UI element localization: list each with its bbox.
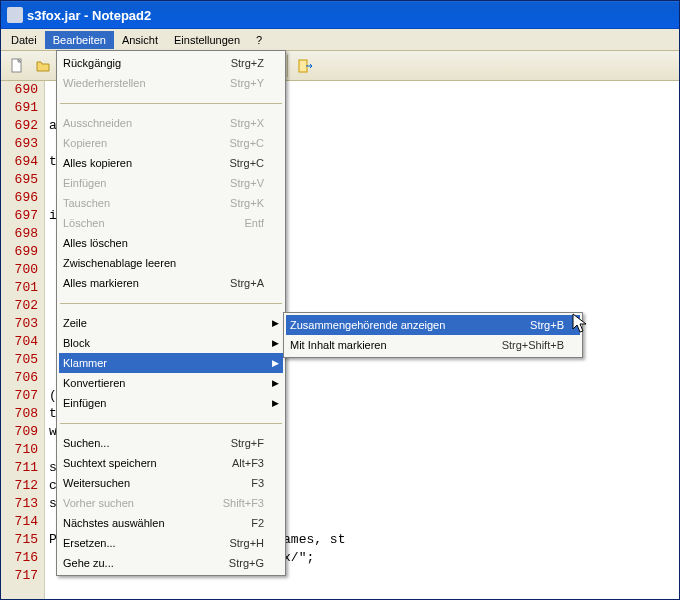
new-file-button[interactable] — [5, 54, 29, 78]
menu-item[interactable]: Zeile▶ — [59, 313, 283, 333]
toolbar-separator — [287, 55, 288, 77]
menu-item[interactable]: Zwischenablage leeren — [59, 253, 283, 273]
bracket-submenu-body: Zusammengehörende anzeigenStrg+BMit Inha… — [286, 315, 580, 355]
menu-item[interactable]: Konvertieren▶ — [59, 373, 283, 393]
menu-item[interactable]: Alles kopierenStrg+C — [59, 153, 283, 173]
menu-item[interactable]: Gehe zu...Strg+G — [59, 553, 283, 573]
menu-item[interactable]: Suchen...Strg+F — [59, 433, 283, 453]
line-number: 711 — [1, 459, 38, 477]
menu-item: AusschneidenStrg+X — [59, 113, 283, 133]
line-number: 715 — [1, 531, 38, 549]
line-number: 705 — [1, 351, 38, 369]
menubar: DateiBearbeitenAnsichtEinstellungen? — [1, 29, 679, 51]
line-number: 695 — [1, 171, 38, 189]
bracket-submenu: Zusammengehörende anzeigenStrg+BMit Inha… — [283, 312, 583, 358]
line-number: 707 — [1, 387, 38, 405]
svg-rect-17 — [299, 60, 307, 72]
line-number: 704 — [1, 333, 38, 351]
window-title: s3fox.jar - Notepad2 — [27, 8, 151, 23]
menu-item: TauschenStrg+K — [59, 193, 283, 213]
line-number: 698 — [1, 225, 38, 243]
submenu-item[interactable]: Mit Inhalt markierenStrg+Shift+B — [286, 335, 580, 355]
line-number: 694 — [1, 153, 38, 171]
menubar-item-einstellungen[interactable]: Einstellungen — [166, 31, 248, 49]
line-number: 706 — [1, 369, 38, 387]
menubar-item-ansicht[interactable]: Ansicht — [114, 31, 166, 49]
menubar-item-bearbeiten[interactable]: Bearbeiten — [45, 31, 114, 49]
line-number: 716 — [1, 549, 38, 567]
menu-item: KopierenStrg+C — [59, 133, 283, 153]
line-number: 691 — [1, 99, 38, 117]
menu-item[interactable]: Block▶ — [59, 333, 283, 353]
line-number: 701 — [1, 279, 38, 297]
menu-item[interactable]: Klammer▶ — [59, 353, 283, 373]
line-number: 712 — [1, 477, 38, 495]
menu-item[interactable]: Ersetzen...Strg+H — [59, 533, 283, 553]
line-number: 700 — [1, 261, 38, 279]
menu-item[interactable]: Einfügen▶ — [59, 393, 283, 413]
line-number: 692 — [1, 117, 38, 135]
line-number: 713 — [1, 495, 38, 513]
menu-item: WiederherstellenStrg+Y — [59, 73, 283, 93]
menu-item: EinfügenStrg+V — [59, 173, 283, 193]
line-gutter: 6906916926936946956966976986997007017027… — [1, 81, 45, 599]
menu-item: LöschenEntf — [59, 213, 283, 233]
menu-item[interactable]: WeitersuchenF3 — [59, 473, 283, 493]
line-number: 699 — [1, 243, 38, 261]
line-number: 710 — [1, 441, 38, 459]
line-number: 702 — [1, 297, 38, 315]
line-number: 717 — [1, 567, 38, 585]
mouse-cursor — [572, 313, 590, 335]
menubar-item-datei[interactable]: Datei — [3, 31, 45, 49]
menu-item[interactable]: Alles löschen — [59, 233, 283, 253]
line-number: 703 — [1, 315, 38, 333]
menu-item: Vorher suchenShift+F3 — [59, 493, 283, 513]
line-number: 708 — [1, 405, 38, 423]
line-number: 696 — [1, 189, 38, 207]
menu-item[interactable]: Nächstes auswählenF2 — [59, 513, 283, 533]
app-icon — [7, 7, 23, 23]
open-file-button[interactable] — [31, 54, 55, 78]
titlebar: s3fox.jar - Notepad2 — [1, 1, 679, 29]
line-number: 690 — [1, 81, 38, 99]
menu-item[interactable]: Suchtext speichernAlt+F3 — [59, 453, 283, 473]
menu-item[interactable]: RückgängigStrg+Z — [59, 53, 283, 73]
line-number: 709 — [1, 423, 38, 441]
line-number: 693 — [1, 135, 38, 153]
line-number: 697 — [1, 207, 38, 225]
edit-menu-dropdown: RückgängigStrg+ZWiederherstellenStrg+YAu… — [56, 50, 286, 576]
exit-button[interactable] — [293, 54, 317, 78]
submenu-item[interactable]: Zusammengehörende anzeigenStrg+B — [286, 315, 580, 335]
menubar-item-?[interactable]: ? — [248, 31, 270, 49]
edit-menu-body: RückgängigStrg+ZWiederherstellenStrg+YAu… — [59, 53, 283, 573]
menu-item[interactable]: Alles markierenStrg+A — [59, 273, 283, 293]
line-number: 714 — [1, 513, 38, 531]
